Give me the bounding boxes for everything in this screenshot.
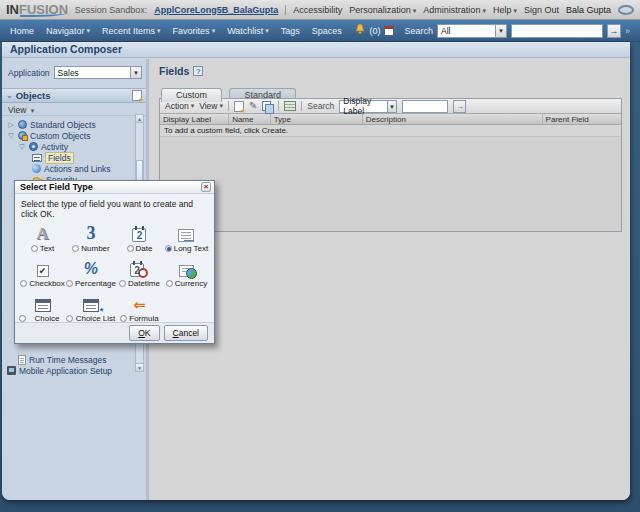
advanced-search-icon[interactable]: »: [625, 26, 630, 36]
global-search-input[interactable]: [511, 24, 603, 38]
radio-long-text[interactable]: [165, 245, 172, 252]
radio-currency[interactable]: [166, 280, 173, 287]
fields-search-go-button[interactable]: →: [453, 100, 466, 113]
administration-menu[interactable]: Administration▾: [423, 5, 486, 15]
nav-item-favorites[interactable]: Favorites▾: [173, 26, 216, 36]
column-header-display-label[interactable]: Display Label: [160, 114, 229, 124]
radio-text[interactable]: [31, 245, 38, 252]
tree-view-menu[interactable]: View ▾: [2, 103, 146, 116]
tree-item-actions-and-links[interactable]: Actions and Links: [2, 163, 146, 174]
field-type-option-currency[interactable]: Currency: [163, 258, 210, 288]
fields-search-input[interactable]: [402, 100, 448, 113]
tab-custom[interactable]: Custom: [161, 88, 222, 102]
nav-item-watchlist[interactable]: Watchlist▾: [227, 26, 269, 36]
nav-item-recent-items[interactable]: Recent Items▾: [102, 26, 161, 36]
export-button[interactable]: [284, 101, 296, 111]
search-go-button[interactable]: →: [607, 24, 621, 38]
create-field-button[interactable]: ★: [234, 101, 244, 112]
expand-collapsed-icon[interactable]: ▷: [7, 121, 15, 129]
radio-number[interactable]: [72, 245, 79, 252]
column-header-name[interactable]: Name: [229, 114, 270, 124]
expand-expanded-icon[interactable]: ▽: [18, 143, 26, 151]
nav-label: Recent Items: [102, 26, 155, 36]
application-select[interactable]: Sales▼: [54, 66, 142, 79]
field-type-option-percentage[interactable]: % Percentage: [66, 258, 116, 288]
nav-label: Home: [10, 26, 34, 36]
radio-checkbox[interactable]: [20, 280, 27, 287]
radio-date[interactable]: [127, 245, 134, 252]
icon-wrap: 2: [116, 258, 163, 277]
search-scope-value: All: [441, 26, 450, 36]
radio-datetime[interactable]: [119, 280, 126, 287]
application-selector-row: Application Sales▼: [8, 66, 142, 79]
collapse-panel-icon[interactable]: ⌄: [6, 92, 13, 100]
duplicate-field-button[interactable]: [262, 101, 273, 112]
nav-item-navigator[interactable]: Navigator▾: [46, 26, 90, 36]
dialog-footer: OK Cancel: [15, 322, 214, 343]
help-menu[interactable]: Help▾: [493, 5, 517, 15]
nav-item-spaces[interactable]: Spaces: [312, 26, 342, 36]
search-scope-select[interactable]: All▼: [437, 24, 507, 38]
view-menu[interactable]: View▾: [199, 101, 223, 111]
close-icon[interactable]: ×: [201, 182, 211, 192]
personalization-menu[interactable]: Personalization▾: [349, 5, 416, 15]
dropdown-arrow-icon: ▼: [387, 101, 397, 112]
field-type-option-long-text[interactable]: Long Text: [163, 223, 210, 253]
menu-label: Administration: [423, 5, 480, 15]
tree-item-label: Actions and Links: [44, 164, 111, 174]
icon-wrap: [19, 293, 66, 312]
radio-formula[interactable]: [120, 315, 127, 322]
field-type-option-number[interactable]: 3 Number: [66, 223, 116, 253]
star-badge-icon: ★: [240, 107, 246, 114]
tree-item-standard-objects[interactable]: ▷ Standard Objects: [2, 119, 146, 130]
radio-choice-list-dynamic[interactable]: [66, 315, 73, 322]
accessibility-link[interactable]: Accessibility: [293, 5, 342, 15]
tree-item-mobile-application-setup[interactable]: Mobile Application Setup: [2, 365, 146, 376]
tree-item-custom-objects[interactable]: ▽ Custom Objects: [2, 130, 146, 141]
oracle-logo-icon: [618, 5, 634, 15]
tree-item-fields[interactable]: Fields: [2, 152, 146, 163]
objects-panel-header: ⌄ Objects ★: [2, 88, 146, 103]
expand-expanded-icon[interactable]: ▽: [7, 132, 15, 140]
new-object-button[interactable]: ★: [132, 90, 142, 101]
session-sandbox-link[interactable]: ApplCoreLong5B_BalaGupta: [154, 5, 278, 15]
search-by-select[interactable]: Display Label▼: [339, 100, 397, 113]
caret-down-icon: ▾: [219, 102, 223, 110]
field-type-option-date[interactable]: 2 Date: [116, 223, 163, 253]
field-type-option-text[interactable]: A Text: [19, 223, 66, 253]
radio-choice-list-fixed[interactable]: [19, 315, 26, 322]
text-field-icon: A: [36, 225, 48, 242]
nav-label: Spaces: [312, 26, 342, 36]
edit-field-button[interactable]: ✎: [249, 101, 257, 111]
nav-item-home[interactable]: Home: [10, 26, 34, 36]
cancel-button[interactable]: Cancel: [164, 325, 208, 341]
logo-text-prefix: IN: [6, 2, 19, 17]
option-label: Datetime: [128, 279, 160, 288]
tree-item-label: Standard Objects: [30, 120, 96, 130]
tree-item-activity[interactable]: ▽ Activity: [2, 141, 146, 152]
field-type-option-datetime[interactable]: 2 Datetime: [116, 258, 163, 288]
calendar-icon[interactable]: [384, 26, 394, 36]
objects-panel-title: Objects: [16, 90, 51, 101]
nav-label: Watchlist: [227, 26, 263, 36]
ok-button[interactable]: OK: [129, 325, 159, 341]
column-header-type[interactable]: Type: [271, 114, 363, 124]
dropdown-arrow-icon: ▼: [495, 25, 506, 37]
radio-percentage[interactable]: [66, 280, 73, 287]
notification-count: (0): [369, 26, 380, 36]
nav-item-tags[interactable]: Tags: [281, 26, 300, 36]
dialog-title-bar: Select Field Type ×: [15, 181, 214, 194]
column-header-description[interactable]: Description: [363, 114, 543, 124]
help-icon[interactable]: ?: [193, 66, 203, 76]
actions-links-icon: [32, 164, 41, 173]
tree-item-label: Mobile Application Setup: [19, 366, 112, 376]
notifications-bell-icon[interactable]: [355, 24, 365, 37]
action-menu[interactable]: Action▾: [165, 101, 194, 111]
scroll-up-icon[interactable]: ▲: [136, 115, 143, 123]
tree-item-run-time-messages[interactable]: Run Time Messages: [2, 354, 146, 365]
column-header-parent-field[interactable]: Parent Field: [543, 114, 621, 124]
sign-out-link[interactable]: Sign Out: [524, 5, 559, 15]
field-type-option-checkbox[interactable]: ✔ Checkbox: [19, 258, 66, 288]
scroll-down-icon[interactable]: ▼: [136, 363, 143, 371]
option-label: Text: [40, 244, 55, 253]
